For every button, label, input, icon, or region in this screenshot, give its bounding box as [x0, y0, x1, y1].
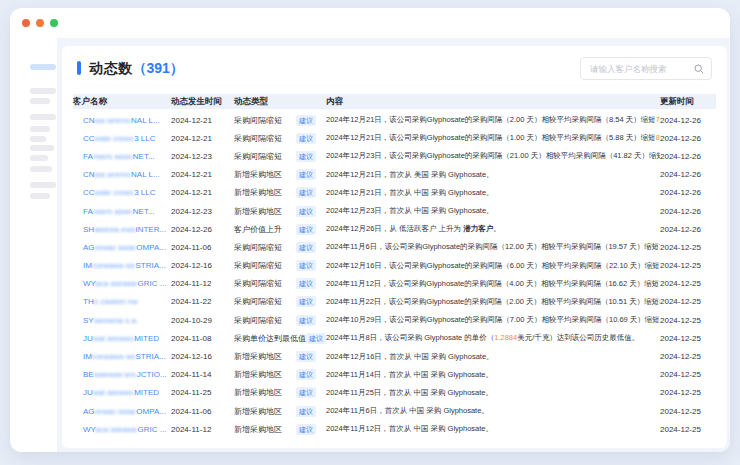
record-count: （391） [133, 60, 184, 76]
search-box[interactable] [580, 57, 712, 80]
customer-name-redacted: aca swrawe [95, 279, 137, 288]
customer-name-link[interactable]: CCwale crewc3 LLC [73, 188, 171, 197]
table-row[interactable]: SYweewna s.a.2024-10-29采购间隔缩短建议2024年10月2… [73, 311, 716, 329]
sidebar-item[interactable] [30, 182, 56, 188]
table-row[interactable]: SHawewa ewsINTER...2024-12-26客户价值上升建议202… [73, 220, 716, 238]
update-date: 2024-12-25 [660, 407, 716, 416]
suggestion-badge[interactable]: 建议 [296, 224, 316, 235]
table-row[interactable]: JUwal arewwcMITED2024-11-08采购单价达到最低值建议20… [73, 329, 716, 347]
customer-name-link[interactable]: SHawewa ewsINTER... [73, 225, 171, 234]
dynamic-content: 2024年12月26日，从 低活跃客户 上升为 潜力客户。 [326, 224, 660, 234]
suggestion-badge[interactable]: 建议 [296, 133, 316, 144]
table-row[interactable]: WYaca swraweGRIC ...2024-11-12新增采购地区建议20… [73, 420, 716, 438]
customer-name-link[interactable]: JUwal arewwcMITED [73, 388, 171, 397]
customer-name-redacted: swewas wrc [94, 370, 137, 379]
sidebar-item[interactable] [30, 114, 56, 120]
sidebar-item[interactable] [30, 98, 50, 104]
table-row[interactable]: JUwal arewwcMITED2024-11-25新增采购地区建议2024年… [73, 384, 716, 402]
dynamic-content: 2024年12月23日，该公司采购Glyphosate的采购间隔（21.00 天… [326, 151, 660, 161]
suggestion-badge[interactable]: 建议 [296, 206, 316, 217]
suggestion-badge[interactable]: 建议 [296, 169, 316, 180]
search-icon[interactable] [694, 64, 704, 74]
sidebar-nav [10, 38, 57, 452]
suggestion-badge[interactable]: 建议 [296, 151, 316, 162]
column-header-updated[interactable]: 更新时间 [660, 96, 716, 108]
suggestion-badge[interactable]: 建议 [296, 260, 316, 271]
suggestion-badge[interactable]: 建议 [296, 351, 316, 362]
suggestion-badge[interactable]: 建议 [296, 187, 316, 198]
table-row[interactable]: CNwa wrerncNAL L...2024-12-21采购间隔缩短建议202… [73, 111, 716, 129]
customer-name-prefix: CC [83, 134, 95, 143]
suggestion-badge[interactable]: 建议 [296, 242, 316, 253]
customer-name-link[interactable]: FArwers aswcNET... [73, 152, 171, 161]
sidebar-item[interactable] [30, 88, 56, 94]
column-header-content[interactable]: 内容 [326, 96, 660, 108]
sidebar-item[interactable] [30, 145, 54, 151]
content-segment: 2024年12月21日，该公司采购Glyphosate的采购间隔（1.00 天）… [326, 133, 656, 142]
window-maximize-button[interactable] [50, 19, 58, 27]
table-row[interactable]: IMrcewawa wcSTRIA...2024-12-16采购间隔缩短建议20… [73, 257, 716, 275]
table-row[interactable]: BEswewas wrcJCTIO...2024-11-14新增采购地区建议20… [73, 366, 716, 384]
customer-name-link[interactable]: IMrcewawa wcSTRIA... [73, 261, 171, 270]
content-segment: 2024年12月23日，首次从 中国 采购 Glyphosate。 [326, 206, 494, 215]
suggestion-badge[interactable]: 建议 [296, 406, 316, 417]
dynamic-type-cell: 新增采购地区建议 [234, 206, 326, 217]
customer-name-link[interactable]: JUwal arewwcMITED [73, 334, 171, 343]
dynamic-type-cell: 新增采购地区建议 [234, 406, 326, 417]
window-close-button[interactable] [22, 19, 30, 27]
table-row[interactable]: THe caweel nw2024-11-22采购间隔缩短建议2024年11月2… [73, 293, 716, 311]
card-header: 动态数（391） [62, 46, 727, 88]
customer-name-redacted: weewna s.a. [94, 316, 138, 325]
content-segment: 2024年10月29日，该公司采购Glyphosate的采购间隔（7.00 天）… [326, 315, 660, 324]
content-segment: 2024年12月21日，首次从 中国 采购 Glyphosate。 [326, 188, 494, 197]
customer-name-link[interactable]: CNwa wrerncNAL L... [73, 116, 171, 125]
table-row[interactable]: FArwers aswcNET...2024-12-23采购间隔缩短建议2024… [73, 147, 716, 165]
table-row[interactable]: FArwers aswcNET...2024-12-23新增采购地区建议2024… [73, 202, 716, 220]
table-row[interactable]: CCwale crewc3 LLC2024-12-21采购间隔缩短建议2024年… [73, 129, 716, 147]
customer-name-link[interactable]: AGrewac swacOMPA... [73, 243, 171, 252]
suggestion-badge[interactable]: 建议 [296, 369, 316, 380]
sidebar-item[interactable] [30, 126, 50, 132]
customer-name-link[interactable]: IMrcewawa wcSTRIA... [73, 352, 171, 361]
suggestion-badge[interactable]: 建议 [296, 296, 316, 307]
table-row[interactable]: CCwale crewc3 LLC2024-12-21新增采购地区建议2024年… [73, 184, 716, 202]
customer-name-link[interactable]: THe caweel nw [73, 297, 171, 306]
sidebar-item[interactable] [30, 166, 52, 172]
sidebar-item-active[interactable] [30, 64, 56, 70]
dynamic-content: 2024年12月21日，首次从 中国 采购 Glyphosate。 [326, 188, 660, 198]
column-header-time[interactable]: 动态发生时间 [171, 96, 234, 108]
table-row[interactable]: CNwa wrerncNAL L...2024-12-21新增采购地区建议202… [73, 166, 716, 184]
search-input[interactable] [581, 58, 711, 79]
customer-name-link[interactable]: WYaca swraweGRIC ... [73, 279, 171, 288]
table-row[interactable]: AGrewac swacOMPA...2024-11-06新增采购地区建议202… [73, 402, 716, 420]
dynamic-type-label: 新增采购地区 [234, 424, 282, 435]
sidebar-item[interactable] [30, 136, 46, 142]
customer-name-link[interactable]: CNwa wrerncNAL L... [73, 170, 171, 179]
customer-name-link[interactable]: WYaca swraweGRIC ... [73, 425, 171, 434]
window-minimize-button[interactable] [36, 19, 44, 27]
sidebar-item[interactable] [30, 155, 48, 161]
suggestion-badge[interactable]: 建议 [296, 387, 316, 398]
event-date: 2024-11-25 [171, 388, 234, 397]
suggestion-badge[interactable]: 建议 [296, 115, 316, 126]
sidebar-item[interactable] [30, 193, 50, 199]
customer-name-link[interactable]: CCwale crewc3 LLC [73, 134, 171, 143]
customer-name-link[interactable]: BEswewas wrcJCTIO... [73, 370, 171, 379]
update-date: 2024-12-26 [660, 152, 716, 161]
suggestion-badge[interactable]: 建议 [306, 333, 326, 344]
table-row[interactable]: IMrcewawa wcSTRIA...2024-12-16新增采购地区建议20… [73, 347, 716, 365]
content-segment: 2024年12月16日，首次从 中国 采购 Glyphosate。 [326, 352, 494, 361]
dynamic-type-label: 新增采购地区 [234, 206, 282, 217]
suggestion-badge[interactable]: 建议 [296, 424, 316, 435]
suggestion-badge[interactable]: 建议 [296, 278, 316, 289]
column-header-type[interactable]: 动态类型 [234, 96, 326, 108]
customer-name-link[interactable]: SYweewna s.a. [73, 316, 171, 325]
table-row[interactable]: AGrewac swacOMPA...2024-11-06采购间隔缩短建议202… [73, 238, 716, 256]
event-date: 2024-12-26 [171, 225, 234, 234]
column-header-customer[interactable]: 客户名称 [73, 96, 171, 108]
customer-name-link[interactable]: FArwers aswcNET... [73, 207, 171, 216]
table-row[interactable]: WYaca swraweGRIC ...2024-11-12采购间隔缩短建议20… [73, 275, 716, 293]
customer-name-suffix: STRIA... [135, 261, 165, 270]
suggestion-badge[interactable]: 建议 [296, 315, 316, 326]
customer-name-link[interactable]: AGrewac swacOMPA... [73, 407, 171, 416]
